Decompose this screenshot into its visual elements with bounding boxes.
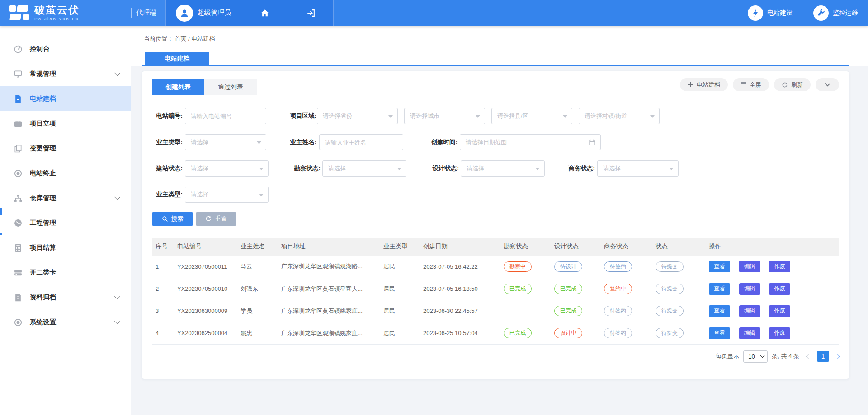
col-business-status: 商务状态 <box>600 238 652 256</box>
briefcase-icon <box>14 119 23 128</box>
sidebar-item-project-settlement[interactable]: 项目结算 <box>0 235 131 260</box>
design-status-badge: 设计中 <box>554 328 582 338</box>
owner-type2-select[interactable]: 请选择 <box>185 187 269 203</box>
business-status-badge: 待签约 <box>604 328 632 338</box>
city-select[interactable]: 请选择城市 <box>404 108 485 124</box>
status-badge: 待提交 <box>656 284 684 294</box>
void-button[interactable]: 作废 <box>769 327 790 339</box>
station-table: 序号 电站编号 业主姓名 项目地址 业主类型 创建日期 勘察状态 设计状态 商务… <box>152 238 839 345</box>
nav-station-construction[interactable]: 电站建设 <box>748 5 793 21</box>
caret-down-icon <box>259 194 264 196</box>
tab-passed-list[interactable]: 通过列表 <box>204 79 257 95</box>
view-button[interactable]: 查看 <box>709 327 730 339</box>
brand: 破茧云伏 Po Jian Yun Fu <box>0 0 131 26</box>
chevron-down-icon <box>114 294 120 299</box>
owner-type2-label: 业主类型: <box>152 186 183 203</box>
survey-status-select[interactable]: 请选择 <box>322 160 406 177</box>
void-button[interactable]: 作废 <box>769 283 790 295</box>
sidebar-item-general-mgmt[interactable]: 常规管理 <box>0 61 131 86</box>
status-badge: 待提交 <box>656 328 684 338</box>
survey-status-label: 勘察状态: <box>290 160 321 177</box>
edit-button[interactable]: 编辑 <box>739 305 760 317</box>
fullscreen-button[interactable]: 全屏 <box>733 78 769 91</box>
col-owner-name: 业主姓名 <box>237 238 278 256</box>
user-icon <box>179 8 190 19</box>
design-status-select[interactable]: 请选择 <box>461 160 545 177</box>
page-tab-station-archive[interactable]: 电站建档 <box>145 52 209 65</box>
col-station-code: 电站编号 <box>174 238 237 256</box>
edit-button[interactable]: 编辑 <box>739 261 760 272</box>
status-badge: 待提交 <box>656 306 684 316</box>
station-no-input[interactable] <box>185 108 266 124</box>
page-size-select[interactable]: 10 <box>743 350 768 363</box>
sidebar-item-console[interactable]: 控制台 <box>0 37 131 61</box>
breadcrumb-path[interactable]: 首页 / 电站建档 <box>175 35 215 43</box>
col-design-status: 设计状态 <box>551 238 600 256</box>
sidebar-item-class2-card[interactable]: 开二类卡 <box>0 260 131 285</box>
view-button[interactable]: 查看 <box>709 283 730 295</box>
sidebar-item-system-settings[interactable]: 系统设置 <box>0 310 131 335</box>
sidebar-item-station-termination[interactable]: 电站终止 <box>0 161 131 186</box>
logout-icon <box>306 8 316 18</box>
caret-down-icon <box>257 141 261 144</box>
owner-name-input[interactable] <box>319 134 403 150</box>
tab-created-list[interactable]: 创建列表 <box>152 79 204 95</box>
owner-type-select[interactable]: 请选择 <box>185 134 266 150</box>
user-menu[interactable]: 超级管理员 <box>165 0 241 26</box>
brand-logo-icon <box>9 5 29 22</box>
void-button[interactable]: 作废 <box>769 305 790 317</box>
chevron-down-icon <box>114 194 120 200</box>
reset-button[interactable]: 重置 <box>196 212 236 226</box>
view-button[interactable]: 查看 <box>709 261 730 272</box>
page-number-button[interactable]: 1 <box>817 351 829 362</box>
sidebar: 控制台 常规管理 电站建档 项目立项 变更管理 <box>0 26 131 415</box>
caret-down-icon <box>259 168 264 170</box>
business-status-label: 商务状态: <box>562 160 595 177</box>
edit-button[interactable]: 编辑 <box>739 327 760 339</box>
refresh-icon <box>782 82 788 88</box>
design-status-badge: 已完成 <box>554 284 582 294</box>
dashboard-icon <box>14 219 23 228</box>
nav-monitoring-ops[interactable]: 监控运维 <box>813 5 858 21</box>
business-status-select[interactable]: 请选择 <box>597 160 679 177</box>
sidebar-scrollbar-mark <box>0 233 2 235</box>
province-select[interactable]: 请选择省份 <box>317 108 398 124</box>
fullscreen-icon <box>741 82 746 87</box>
void-button[interactable]: 作废 <box>769 261 790 272</box>
refresh-button[interactable]: 刷新 <box>774 78 811 91</box>
search-button[interactable]: 搜索 <box>152 212 193 226</box>
create-station-button[interactable]: 电站建档 <box>680 78 728 91</box>
view-button[interactable]: 查看 <box>709 305 730 317</box>
col-create-date: 创建日期 <box>420 238 500 256</box>
logout-button[interactable] <box>288 0 334 26</box>
home-icon <box>260 8 270 18</box>
file-icon <box>14 293 23 302</box>
sidebar-scrollbar[interactable] <box>0 208 2 215</box>
home-button[interactable] <box>241 0 288 26</box>
business-status-badge: 签约中 <box>604 284 632 294</box>
breadcrumb-prefix: 当前位置： <box>144 35 173 43</box>
county-select[interactable]: 请选择县/区 <box>491 108 572 124</box>
sidebar-item-warehouse-mgmt[interactable]: 仓库管理 <box>0 186 131 210</box>
design-status-badge: 已完成 <box>554 306 582 316</box>
nav-label: 电站建设 <box>767 9 793 17</box>
sidebar-item-data-archive[interactable]: 资料归档 <box>0 285 131 310</box>
user-name: 超级管理员 <box>198 9 231 17</box>
town-select[interactable]: 请选择村镇/街道 <box>579 108 660 124</box>
caret-down-icon <box>760 354 765 358</box>
next-page-button[interactable] <box>834 354 840 359</box>
date-range-picker[interactable]: 请选择日期范围 <box>460 134 601 150</box>
sidebar-item-station-archive[interactable]: 电站建档 <box>0 86 131 111</box>
table-row: 3 YX2023063000009 学员 广东深圳龙华区黄石镇姚家庄... 居民… <box>152 300 839 322</box>
collapse-toolbar-button[interactable] <box>816 78 839 91</box>
chevron-down-icon <box>114 318 120 324</box>
chevron-down-icon <box>825 83 830 87</box>
edit-button[interactable]: 编辑 <box>739 283 760 295</box>
sidebar-item-engineering-mgmt[interactable]: 工程管理 <box>0 210 131 235</box>
main-content: 当前位置： 首页 / 电站建档 电站建档 创建列表 通过列表 电站建档 <box>131 26 868 415</box>
prev-page-button[interactable] <box>806 354 812 359</box>
sidebar-item-project-initiation[interactable]: 项目立项 <box>0 111 131 136</box>
build-status-select[interactable]: 请选择 <box>185 160 269 177</box>
sidebar-item-change-mgmt[interactable]: 变更管理 <box>0 136 131 161</box>
caret-down-icon <box>535 168 540 170</box>
